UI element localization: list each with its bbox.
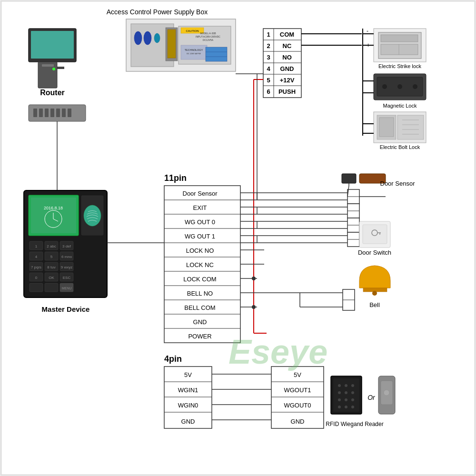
strike-label: Electric Strike lock xyxy=(378,63,421,69)
master-device-label: Master Device xyxy=(42,305,90,313)
rfid-key8 xyxy=(345,398,347,401)
bolt-terminal xyxy=(397,115,424,139)
key-down xyxy=(45,283,58,292)
port1 xyxy=(33,109,37,117)
port6 xyxy=(62,109,66,117)
rfid-key5 xyxy=(345,391,347,394)
svg-text:5: 5 xyxy=(50,255,53,259)
pin-lock-nc: LOCK NC xyxy=(186,261,214,268)
svg-text:8 tuv: 8 tuv xyxy=(47,265,55,269)
svg-text:9 wxyz: 9 wxyz xyxy=(61,265,72,269)
svg-text:6 mno: 6 mno xyxy=(61,255,72,259)
rfid-key7 xyxy=(338,398,341,401)
port5 xyxy=(56,109,60,117)
title: Access Control Power Supply Box xyxy=(107,8,208,16)
4pin-right-5v: 5V xyxy=(294,371,301,378)
pin2-name: NC xyxy=(283,42,292,50)
tech-addr: DC 12W 5A P/W xyxy=(187,52,201,55)
svg-text:3 def: 3 def xyxy=(62,244,71,248)
mag-hole2 xyxy=(397,84,402,89)
rfid-key9 xyxy=(351,398,354,401)
svg-text:OK: OK xyxy=(49,276,54,280)
caution-text: CAUTION xyxy=(186,30,199,32)
pc-led xyxy=(52,68,55,70)
capacitor2 xyxy=(144,31,151,45)
output-text: DC12V5A xyxy=(203,39,214,41)
mag-label: Magnetic Lock xyxy=(383,103,417,109)
pin-wg-out0: WG OUT 0 xyxy=(185,218,215,226)
bolt-label: Electric Bolt Lock xyxy=(380,144,420,150)
pin-bell-no: BELL NO xyxy=(187,290,213,297)
input-text: INPUT:AC85V-265VDC xyxy=(196,35,220,38)
pin6-name: PUSH xyxy=(278,88,296,95)
card-reader-circle xyxy=(384,390,389,396)
pin-gnd: GND xyxy=(193,318,207,326)
pin-wg-out1: WG OUT 1 xyxy=(185,233,215,240)
door-switch-label: Door Switch xyxy=(358,249,391,256)
rfid-key-0 xyxy=(345,406,347,408)
pin-lock-com: LOCK COM xyxy=(183,276,216,283)
pin5-name: +12V xyxy=(280,77,295,84)
pin3-num: 3 xyxy=(267,54,270,61)
rfid-key3 xyxy=(351,384,354,387)
junction2 xyxy=(252,305,256,309)
pin-exit: EXIT xyxy=(193,204,207,211)
pin1-name: COM xyxy=(280,31,294,38)
bell-img xyxy=(359,266,390,288)
pin2-num: 2 xyxy=(267,42,270,50)
4pin-right-gnd: GND xyxy=(291,418,305,425)
svg-text:0: 0 xyxy=(35,276,38,280)
4pin-5v: 5V xyxy=(184,371,192,378)
screen xyxy=(31,31,74,59)
tech-text: TECHNOLOGY xyxy=(185,49,203,51)
4pin-right-wgout0: WGOUT0 xyxy=(284,402,311,409)
svg-text:7 pqrs: 7 pqrs xyxy=(31,265,41,269)
port4 xyxy=(50,109,54,117)
svg-text:2 abc: 2 abc xyxy=(47,244,56,248)
clock-text: 2016.8.18 xyxy=(44,206,63,210)
svg-text:ESC: ESC xyxy=(63,276,71,280)
door-sensor-label: Door Sensor xyxy=(380,180,416,187)
4pin-wgin0: WGIN0 xyxy=(178,402,198,409)
rfid-key6 xyxy=(351,391,354,394)
pin-door-sensor: Door Sensor xyxy=(183,190,218,197)
switch-plate xyxy=(363,225,387,244)
model-text: MODEL:A-30B xyxy=(200,32,216,35)
strike-slot xyxy=(381,35,418,42)
pin-bell-com: BELL COM xyxy=(184,304,215,311)
rfid-key-hash xyxy=(351,406,354,408)
pin-power: POWER xyxy=(188,333,211,340)
eleven-pin-label: 11pin xyxy=(164,173,187,183)
pin-lock-no: LOCK NO xyxy=(186,247,214,254)
mag-hole3 xyxy=(413,84,417,89)
transformer-core xyxy=(168,30,176,58)
pc-drive xyxy=(42,64,54,67)
port3 xyxy=(45,109,49,117)
4pin-wgin1: WGIN1 xyxy=(178,387,198,394)
port7 xyxy=(68,109,71,117)
rfid-key1 xyxy=(338,384,341,387)
rfid-key4 xyxy=(338,391,341,394)
pin4-num: 4 xyxy=(267,65,270,72)
rfid-key2 xyxy=(345,384,347,387)
rfid-label: RFID Wiegand Reader xyxy=(326,421,383,427)
svg-text:4: 4 xyxy=(35,255,38,259)
pin3-name: NO xyxy=(282,54,292,61)
pin6-num: 6 xyxy=(267,88,270,95)
pin4-name: GND xyxy=(280,65,294,72)
bell-clapper xyxy=(372,291,377,296)
bolt-keypad xyxy=(379,118,394,137)
4pin-right-wgout1: WGOUT1 xyxy=(284,387,311,394)
junction1 xyxy=(252,277,256,280)
fingerprint-area xyxy=(84,205,101,226)
minus-sign: - xyxy=(367,28,368,34)
router-label: Router xyxy=(40,89,65,97)
4pin-gnd: GND xyxy=(181,418,195,425)
four-pin-label: 4pin xyxy=(164,354,182,364)
strike-lower xyxy=(381,44,418,55)
capacitor3 xyxy=(154,33,160,43)
or-text: Or xyxy=(367,394,376,401)
key-up xyxy=(30,283,43,292)
terminal-block xyxy=(206,47,227,61)
bell-label: Bell xyxy=(369,301,380,308)
